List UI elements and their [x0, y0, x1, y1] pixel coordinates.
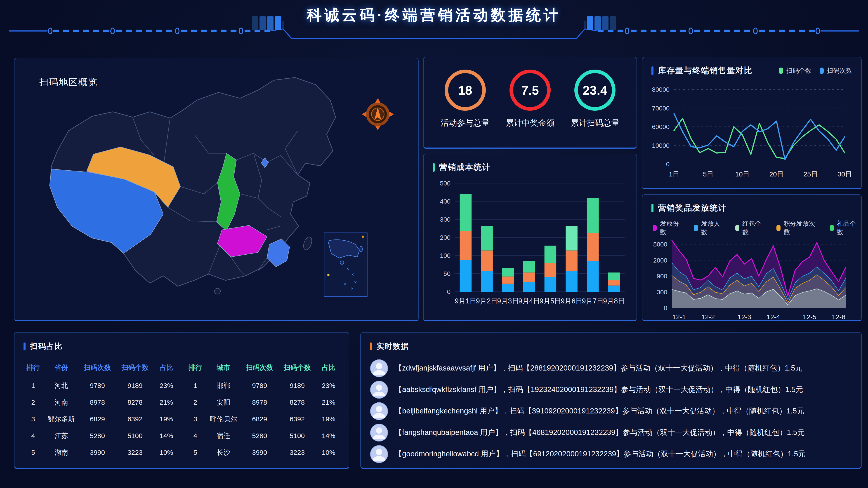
- svg-text:0: 0: [447, 288, 451, 295]
- map-panel-title: 扫码地区概览: [39, 76, 98, 88]
- legend-label: 发放人数: [701, 219, 725, 236]
- realtime-item-text: 【aabsksdfqwkflzskfansf 用户】，扫码【1923240200…: [395, 385, 803, 395]
- svg-text:9月5日: 9月5日: [539, 297, 561, 305]
- legend-swatch: [694, 225, 698, 231]
- table-cell: 河南: [44, 394, 79, 411]
- user-avatar-icon: [370, 445, 388, 463]
- realtime-panel: 实时数据 【zdwfjanjskfasaavvsafjf 用户】，扫码【2881…: [360, 332, 862, 469]
- table-cell: 宿迁: [206, 427, 241, 444]
- table-cell: 6829: [241, 411, 278, 427]
- kpi-value: 23.4: [583, 83, 608, 98]
- svg-text:9月2日: 9月2日: [476, 297, 498, 305]
- table-header-cell: 扫码个数: [116, 358, 154, 377]
- compass-icon[interactable]: [362, 98, 394, 130]
- page-title: 科诚云码·终端营销活动数据统计: [0, 5, 868, 25]
- legend-item[interactable]: 发放份数: [653, 219, 684, 236]
- table-cell: 1: [184, 377, 206, 394]
- legend-item[interactable]: 红包个数: [735, 219, 767, 236]
- table-cell: 3990: [79, 444, 116, 461]
- prize-distribution-area-chart[interactable]: 03009002000500012-112-212-312-412-512-6: [647, 236, 855, 322]
- table-cell: 3223: [116, 444, 154, 461]
- svg-text:400: 400: [440, 198, 451, 205]
- table-cell: 14%: [316, 427, 341, 444]
- legend-item[interactable]: 扫码次数: [819, 66, 852, 75]
- svg-text:10日: 10日: [735, 170, 749, 178]
- table-cell: 10%: [316, 444, 341, 461]
- header: 科诚云码·终端营销活动数据统计: [0, 0, 868, 54]
- inventory-sales-line-chart[interactable]: 0100006000070000800001日5日10日20日25日30日: [647, 77, 855, 181]
- svg-text:5日: 5日: [703, 170, 714, 178]
- map-hainan: [215, 288, 220, 294]
- legend-item[interactable]: 发放人数: [694, 219, 725, 236]
- table-header-cell: 扫码次数: [79, 358, 116, 377]
- legend-label: 红包个数: [742, 219, 767, 236]
- kpi-ring: 18: [445, 70, 486, 111]
- svg-text:100: 100: [440, 252, 451, 259]
- marketing-cost-bar-chart[interactable]: 0501002003004005009月1日9月2日9月3日9月4日9月5日9月…: [429, 174, 630, 310]
- realtime-item: 【goodmoringhellowabcd 用户】，扫码【69120202000…: [370, 443, 852, 465]
- legend-item[interactable]: 扫码个数: [779, 66, 811, 75]
- panel-title: 营销奖品发放统计: [658, 202, 727, 214]
- table-cell: 8278: [116, 394, 154, 411]
- kpi-scan-total: 23.4 累计扫码总量: [570, 70, 619, 129]
- svg-text:50: 50: [443, 270, 451, 277]
- legend-swatch: [779, 68, 783, 74]
- kpi-label: 累计中奖金额: [506, 118, 555, 129]
- table-cell: 长沙: [206, 444, 241, 461]
- svg-text:12-1: 12-1: [672, 313, 686, 321]
- svg-text:12-5: 12-5: [803, 313, 816, 321]
- svg-text:80000: 80000: [652, 86, 670, 93]
- legend-item[interactable]: 礼品个数: [830, 219, 861, 236]
- table-cell: 2: [184, 394, 206, 411]
- table-cell: 4: [22, 427, 44, 444]
- table-cell: 8278: [278, 394, 316, 411]
- table-cell: 鄂尔多斯: [44, 411, 79, 427]
- marketing-cost-panel: 营销成本统计 0501002003004005009月1日9月2日9月3日9月4…: [423, 154, 637, 321]
- svg-text:9月6日: 9月6日: [561, 297, 582, 305]
- china-map[interactable]: [14, 58, 418, 311]
- svg-text:9月4日: 9月4日: [518, 297, 540, 305]
- svg-text:10000: 10000: [652, 142, 670, 149]
- svg-text:9月8日: 9月8日: [603, 297, 625, 305]
- table-cell: 6829: [79, 411, 116, 427]
- realtime-item: 【beijibeifangkechengshi 用户】，扫码【391092020…: [370, 400, 852, 422]
- svg-text:2000: 2000: [653, 257, 667, 264]
- realtime-item: 【zdwfjanjskfasaavvsafjf 用户】，扫码【288192020…: [370, 357, 852, 379]
- province-rank-table[interactable]: 排行省份扫码次数扫码个数占比1河北9789918923%2河南897882782…: [22, 358, 179, 461]
- table-cell: 21%: [154, 394, 179, 411]
- svg-text:60000: 60000: [652, 123, 670, 130]
- inventory-sales-panel: 库存量与终端销售量对比 扫码个数扫码次数 0100006000070000800…: [642, 57, 862, 189]
- table-header-cell: 占比: [154, 358, 179, 377]
- table-cell: 10%: [154, 444, 179, 461]
- line-chart-legend[interactable]: 扫码个数扫码次数: [779, 66, 852, 75]
- panel-title: 营销成本统计: [439, 162, 491, 173]
- table-cell: 9189: [278, 377, 316, 394]
- user-avatar-icon: [370, 359, 388, 378]
- svg-text:9月1日: 9月1日: [455, 297, 476, 305]
- svg-text:1日: 1日: [669, 170, 680, 178]
- legend-label: 积分发放次数: [784, 219, 820, 236]
- kpi-value: 7.5: [521, 83, 539, 98]
- svg-text:12-6: 12-6: [832, 313, 845, 321]
- realtime-list: 【zdwfjanjskfasaavvsafjf 用户】，扫码【288192020…: [361, 352, 861, 465]
- legend-label: 扫码次数: [827, 66, 852, 75]
- table-header-cell: 扫码次数: [241, 358, 278, 377]
- svg-text:30日: 30日: [837, 170, 852, 178]
- svg-text:12-4: 12-4: [767, 313, 780, 321]
- area-chart-legend[interactable]: 发放份数发放人数红包个数积分发放次数礼品个数: [643, 214, 861, 236]
- legend-swatch: [653, 225, 657, 231]
- svg-text:70000: 70000: [652, 105, 670, 112]
- table-cell: 4: [184, 427, 206, 444]
- table-cell: 河北: [44, 377, 79, 394]
- table-cell: 23%: [316, 377, 341, 394]
- city-rank-table[interactable]: 排行城市扫码次数扫码个数占比1邯郸9789918923%2安阳897882782…: [184, 358, 341, 461]
- realtime-item-text: 【zdwfjanjskfasaavvsafjf 用户】，扫码【288192020…: [395, 363, 803, 373]
- legend-item[interactable]: 积分发放次数: [776, 219, 820, 236]
- svg-text:900: 900: [657, 273, 667, 280]
- legend-swatch: [776, 225, 780, 231]
- table-cell: 3223: [278, 444, 316, 461]
- table-cell: 9789: [241, 377, 278, 394]
- table-cell: 5280: [241, 427, 278, 444]
- legend-label: 发放份数: [660, 219, 684, 236]
- realtime-item-text: 【fangshanqubaipentaoa 用户】，扫码【46819202000…: [395, 427, 805, 437]
